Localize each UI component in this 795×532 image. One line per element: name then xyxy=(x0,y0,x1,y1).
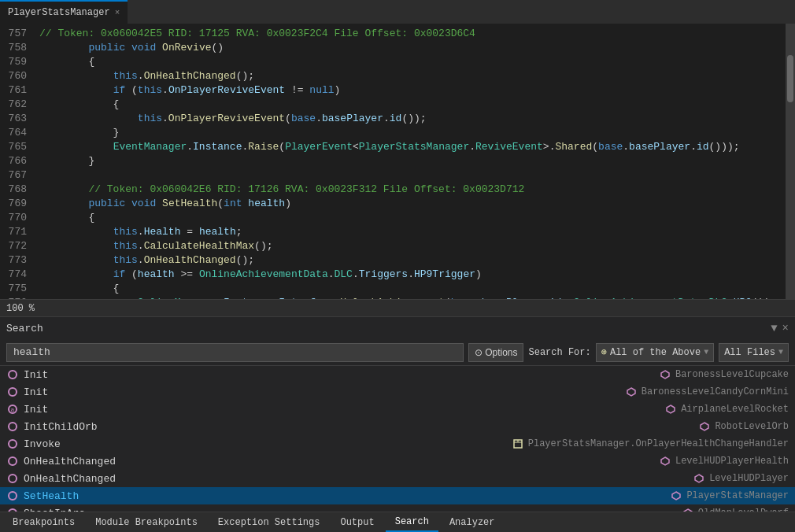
line-content: this.CalculateHealthMax(); xyxy=(39,239,786,253)
line-number: 776 xyxy=(0,296,39,299)
line-content: { xyxy=(39,211,786,225)
line-content: public void SetHealth(int health) xyxy=(39,197,786,211)
line-number: 774 xyxy=(0,268,39,282)
bottom-tab-exception-settings[interactable]: Exception Settings xyxy=(209,513,330,532)
code-line: 767 xyxy=(0,168,786,183)
svg-marker-1 xyxy=(627,388,635,396)
result-location-text: LevelHUDPlayerHealth xyxy=(675,456,789,467)
line-content: public void OnRevive() xyxy=(39,41,786,55)
result-name: Init xyxy=(24,404,48,416)
search-for-value: All of the Above xyxy=(610,347,701,358)
line-content: if (this.OnPlayerReviveEvent != null) xyxy=(39,83,786,98)
method-icon xyxy=(8,439,17,449)
search-result-row[interactable]: InitBaronessLevelCupcake xyxy=(0,366,795,383)
result-type-icon xyxy=(6,368,19,381)
search-result-row[interactable]: InvokePlayerStatsManager.OnPlayerHealthC… xyxy=(0,435,795,453)
result-type-icon xyxy=(6,386,19,398)
bottom-tab-analyzer[interactable]: Analyzer xyxy=(440,513,505,532)
code-line: 759 { xyxy=(0,55,786,69)
line-content: { xyxy=(39,282,786,296)
code-line: 760 this.OnHealthChanged(); xyxy=(0,69,786,83)
search-result-row[interactable]: InitChildOrbRobotLevelOrb xyxy=(0,418,795,435)
method-icon xyxy=(8,491,17,501)
result-name: Init xyxy=(24,369,48,381)
result-type-icon xyxy=(6,490,19,502)
tab-close-button[interactable]: × xyxy=(115,8,120,17)
line-number: 760 xyxy=(0,69,39,83)
search-for-icon: ⊛ xyxy=(601,346,607,358)
bottom-tab-output[interactable]: Output xyxy=(331,513,383,532)
search-result-row[interactable]: OnHealthChangedLevelHUDPlayer xyxy=(0,470,795,487)
method-icon xyxy=(8,422,17,431)
result-location-icon xyxy=(699,421,710,432)
line-content: // Token: 0x060042E5 RID: 17125 RVA: 0x0… xyxy=(39,27,786,41)
line-content: // Token: 0x060042E6 RID: 17126 RVA: 0x0… xyxy=(39,183,786,197)
code-line: 771 this.Health = health; xyxy=(0,225,786,239)
bottom-tab-breakpoints[interactable]: Breakpoints xyxy=(3,513,84,532)
line-content: { xyxy=(39,98,786,112)
result-location-text: RobotLevelOrb xyxy=(715,421,789,432)
code-line: 770 { xyxy=(0,211,786,225)
search-for-dropdown[interactable]: ⊛ All of the Above ▼ xyxy=(596,343,714,362)
search-result-row[interactable]: ShootInArcOldManLevelDwarf xyxy=(0,504,795,512)
code-line: 761 if (this.OnPlayerReviveEvent != null… xyxy=(0,83,786,98)
search-results[interactable]: InitBaronessLevelCupcakeInitBaronessLeve… xyxy=(0,366,795,512)
result-location-text: BaronessLevelCandyCornMini xyxy=(642,386,789,397)
result-location-icon xyxy=(660,369,671,380)
all-files-dropdown[interactable]: All Files ▼ xyxy=(719,343,789,362)
result-type-icon: a xyxy=(6,403,19,416)
line-content: EventManager.Instance.Raise(PlayerEvent<… xyxy=(39,140,786,154)
editor-tab[interactable]: PlayerStatsManager × xyxy=(0,0,128,24)
search-collapse-button[interactable]: ▼ xyxy=(771,322,777,334)
line-number: 758 xyxy=(0,41,39,55)
result-type-icon xyxy=(6,420,19,433)
bottom-tab-bar: BreakpointsModule BreakpointsException S… xyxy=(0,512,795,532)
result-location-icon xyxy=(665,404,676,415)
bottom-tab-module-breakpoints[interactable]: Module Breakpoints xyxy=(86,513,207,532)
line-number: 762 xyxy=(0,98,39,112)
search-panel-title: Search xyxy=(6,323,43,334)
svg-marker-7 xyxy=(661,457,669,465)
svg-marker-0 xyxy=(661,371,669,379)
result-name: OnHealthChanged xyxy=(24,473,116,485)
svg-marker-3 xyxy=(701,423,708,430)
svg-marker-9 xyxy=(672,492,680,500)
result-location-text: LevelHUDPlayer xyxy=(709,473,789,484)
result-type-icon xyxy=(6,455,19,467)
line-number: 766 xyxy=(0,154,39,168)
result-location-text: BaronessLevelCupcake xyxy=(675,369,789,380)
line-number: 771 xyxy=(0,225,39,239)
scrollbar-thumb[interactable] xyxy=(787,55,793,102)
code-lines: 757// Token: 0x060042E5 RID: 17125 RVA: … xyxy=(0,24,786,299)
editor-area: 757// Token: 0x060042E5 RID: 17125 RVA: … xyxy=(0,24,795,299)
code-line: 773 this.OnHealthChanged(); xyxy=(0,253,786,268)
result-type-icon xyxy=(6,472,19,485)
vertical-scrollbar[interactable] xyxy=(786,24,795,299)
code-line: 774 if (health >= OnlineAchievementData.… xyxy=(0,268,786,282)
line-number: 772 xyxy=(0,239,39,253)
code-line: 766 } xyxy=(0,154,786,168)
search-result-row[interactable]: OnHealthChangedLevelHUDPlayerHealth xyxy=(0,453,795,470)
result-location-text: PlayerStatsManager.OnPlayerHealthChangeH… xyxy=(528,438,789,449)
code-line: 764 } xyxy=(0,126,786,140)
result-location-icon xyxy=(660,456,671,467)
result-name: Init xyxy=(24,386,48,398)
line-number: 765 xyxy=(0,140,39,154)
search-result-row[interactable]: SetHealthPlayerStatsManager xyxy=(0,487,795,504)
code-line: 772 this.CalculateHealthMax(); xyxy=(0,239,786,253)
search-input[interactable] xyxy=(6,343,464,362)
options-button[interactable]: ⊙ Options xyxy=(468,343,523,362)
search-for-label: Search For: xyxy=(528,347,590,358)
search-result-row[interactable]: aInitAirplaneLevelRocket xyxy=(0,401,795,418)
search-result-row[interactable]: InitBaronessLevelCandyCornMini xyxy=(0,383,795,401)
bottom-tab-search[interactable]: Search xyxy=(386,513,438,532)
code-line: 775 { xyxy=(0,282,786,296)
method-icon xyxy=(8,387,17,397)
line-content: if (health >= OnlineAchievementData.DLC.… xyxy=(39,268,786,282)
search-toolbar: ⊙ Options Search For: ⊛ All of the Above… xyxy=(0,339,795,366)
options-icon: ⊙ xyxy=(475,347,483,358)
code-container[interactable]: 757// Token: 0x060042E5 RID: 17125 RVA: … xyxy=(0,24,786,299)
zoom-bar: 100 % xyxy=(0,299,795,316)
search-close-button[interactable]: × xyxy=(782,322,789,334)
line-content: this.Health = health; xyxy=(39,225,786,239)
